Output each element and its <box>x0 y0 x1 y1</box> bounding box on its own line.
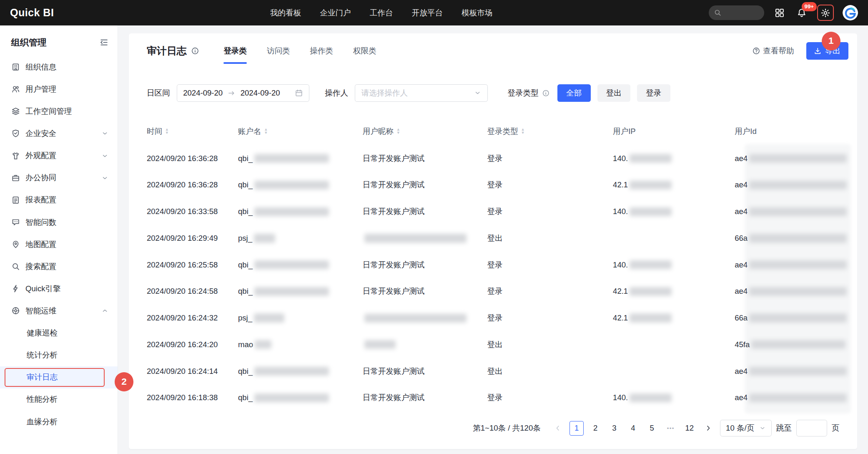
page-button-4[interactable]: 4 <box>626 421 640 436</box>
login-type-info-icon[interactable] <box>542 89 550 97</box>
sidebar-item-workspace-management[interactable]: 工作空间管理 <box>0 100 118 122</box>
cell-user-id: ae4 <box>735 287 847 296</box>
pagination-ellipsis[interactable]: ••• <box>663 421 678 436</box>
column-header-account[interactable]: 账户名▲▼ <box>238 126 363 137</box>
cell-text: 42.1 <box>613 180 628 189</box>
tab-operation[interactable]: 操作类 <box>310 33 333 69</box>
sort-icons[interactable]: ▲▼ <box>521 128 525 134</box>
cell-text: ae4 <box>735 207 748 216</box>
app-logo[interactable]: Quick BI <box>10 7 54 19</box>
cell-account: qbi_ <box>238 154 363 163</box>
cell-text: 140. <box>613 260 628 270</box>
next-page-button[interactable] <box>701 421 716 436</box>
login-type-option-logout[interactable]: 登出 <box>597 84 631 102</box>
sidebar-item-label: Quick引擎 <box>25 283 61 294</box>
table-header-row: 时间▲▼账户名▲▼用户昵称▲▼登录类型▲▼用户IP用户Id <box>147 123 839 140</box>
tab-permission[interactable]: 权限类 <box>353 33 376 69</box>
sidebar-item-appearance-config[interactable]: 外观配置 <box>0 145 118 167</box>
cell-text: 日常开发账户测试 <box>363 206 425 217</box>
table-row: 2024/09/20 16:24:32psj_登录42.166a <box>147 305 839 331</box>
cell-login-type: 登录 <box>487 392 613 403</box>
topnav-item[interactable]: 模板市场 <box>462 8 492 18</box>
sidebar-item-map-config[interactable]: 地图配置 <box>0 233 118 255</box>
page-size-select[interactable]: 10 条/页 <box>720 420 772 436</box>
date-range-picker[interactable]: 2024-09-20 2024-09-20 <box>177 84 310 102</box>
operator-select[interactable]: 请选择操作人 <box>355 84 488 102</box>
redacted-blur <box>254 287 329 296</box>
sidebar-item-label: 工作空间管理 <box>25 106 72 117</box>
cell-nickname: 日常开发账户测试 <box>363 392 487 403</box>
sidebar-item-smart-ops[interactable]: 智能运维 <box>0 300 118 322</box>
column-header-login-type[interactable]: 登录类型▲▼ <box>487 126 613 137</box>
page-button-5[interactable]: 5 <box>645 421 659 436</box>
sidebar-subitem-performance-analysis[interactable]: 性能分析 <box>0 388 118 411</box>
title-info-icon[interactable] <box>191 47 199 55</box>
prev-page-button[interactable] <box>551 421 565 436</box>
cell-text: 日常开发账户测试 <box>363 392 425 403</box>
tab-visit[interactable]: 访问类 <box>267 33 290 69</box>
cell-text: ae4 <box>735 260 748 270</box>
login-type-option-login[interactable]: 登录 <box>637 84 670 102</box>
settings-gear-icon[interactable] <box>817 5 834 21</box>
login-type-option-all[interactable]: 全部 <box>557 84 591 102</box>
operator-label: 操作人 <box>325 88 348 98</box>
sidebar-subitem-audit-log[interactable]: 审计日志 <box>0 366 118 388</box>
topnav-item[interactable]: 我的看板 <box>270 8 301 18</box>
page-button-3[interactable]: 3 <box>607 421 622 436</box>
sidebar-item-quick-engine[interactable]: Quick引擎 <box>0 277 118 300</box>
cell-time: 2024/09/20 16:24:14 <box>147 367 238 376</box>
grid-icon <box>775 8 785 18</box>
page-button-12[interactable]: 12 <box>682 421 697 436</box>
help-link[interactable]: 查看帮助 <box>752 45 794 56</box>
page-button-2[interactable]: 2 <box>588 421 603 436</box>
sidebar-item-label: 办公协同 <box>25 172 56 183</box>
cell-login-type: 登录 <box>487 206 613 217</box>
topnav-item[interactable]: 开放平台 <box>412 8 443 18</box>
sidebar-item-enterprise-security[interactable]: 企业安全 <box>0 123 118 145</box>
column-header-time[interactable]: 时间▲▼ <box>147 126 238 137</box>
sidebar-item-org-info[interactable]: 组织信息 <box>0 56 118 78</box>
page-button-1[interactable]: 1 <box>569 421 584 436</box>
sidebar-item-search-config[interactable]: 搜索配置 <box>0 255 118 277</box>
table-body: 2024/09/20 16:36:28qbi_日常开发账户测试登录140.ae4… <box>147 145 839 411</box>
cell-time: 2024/09/20 16:33:58 <box>147 207 238 216</box>
sidebar-item-smart-qa[interactable]: 智能问数 <box>0 211 118 233</box>
global-search-input[interactable] <box>709 5 764 20</box>
cell-ip: 140. <box>613 260 735 270</box>
cell-text: ae4 <box>735 180 748 189</box>
sidebar-item-user-management[interactable]: 用户管理 <box>0 78 118 100</box>
tab-login[interactable]: 登录类 <box>223 33 247 69</box>
sidebar-subitem-lineage-analysis[interactable]: 血缘分析 <box>0 411 118 433</box>
date-end-value[interactable]: 2024-09-20 <box>241 88 280 98</box>
menu-fold-icon <box>100 38 108 47</box>
sidebar-subitem-stats-analysis[interactable]: 统计分析 <box>0 344 118 366</box>
date-start-value[interactable]: 2024-09-20 <box>183 88 223 98</box>
cell-text: qbi_ <box>238 154 253 163</box>
cell-user-id: 45fa <box>735 340 845 349</box>
cell-text: qbi_ <box>238 367 253 376</box>
cell-ip: 140. <box>613 207 735 216</box>
sort-icons[interactable]: ▲▼ <box>165 128 169 134</box>
jump-page-input[interactable] <box>796 420 827 436</box>
sort-icons[interactable]: ▲▼ <box>396 128 400 134</box>
cell-account: psj_ <box>238 234 363 243</box>
brand-avatar[interactable] <box>843 5 858 20</box>
map-pin-icon <box>11 240 20 249</box>
cell-ip: 140. <box>613 393 735 402</box>
sidebar-item-office-collaboration[interactable]: 办公协同 <box>0 167 118 189</box>
cell-text: 日常开发账户测试 <box>363 260 425 270</box>
table-row: 2024/09/20 16:36:28qbi_日常开发账户测试登录42.1ae4 <box>147 172 839 199</box>
collapse-sidebar-icon[interactable] <box>100 38 108 47</box>
apps-grid-icon[interactable] <box>773 6 786 20</box>
sort-icons[interactable]: ▲▼ <box>264 128 268 134</box>
table-row: 2024/09/20 16:18:38qbi_日常开发账户测试登录140.ae4 <box>147 384 839 411</box>
sidebar-item-report-config[interactable]: 报表配置 <box>0 189 118 211</box>
cell-user-id: ae4 <box>735 260 847 270</box>
cell-user-id: ae4 <box>735 367 847 376</box>
column-label: 时间 <box>147 126 162 137</box>
topnav-item[interactable]: 企业门户 <box>320 8 351 18</box>
notifications-bell-icon[interactable]: 99+ <box>795 6 808 20</box>
column-header-nickname[interactable]: 用户昵称▲▼ <box>363 126 487 137</box>
topnav-item[interactable]: 工作台 <box>370 8 393 18</box>
sidebar-subitem-health-check[interactable]: 健康巡检 <box>0 322 118 344</box>
